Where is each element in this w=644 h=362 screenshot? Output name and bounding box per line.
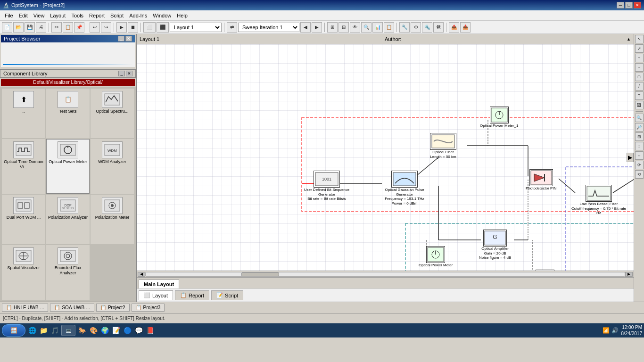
project-tab-hnlf[interactable]: 📋 HNLF-UWB-... [2, 304, 48, 312]
taskbar-ie[interactable]: 🌐 [27, 326, 37, 335]
comp-optical-gaussian[interactable]: Optical Gaussian Pulse GeneratorFrequenc… [376, 171, 433, 206]
zoom-select[interactable]: ⊟ [339, 22, 349, 33]
layout-icon2[interactable]: ⬛ [157, 22, 169, 33]
pb-minimize[interactable]: _ [118, 36, 124, 41]
layout-icon1[interactable]: ⬜ [143, 22, 156, 33]
menu-report[interactable]: Report [86, 12, 107, 19]
tool-1[interactable]: 🔧 [399, 22, 410, 33]
new-button[interactable]: 📄 [2, 22, 12, 33]
scroll-right-btn[interactable]: ▶ [625, 272, 633, 277]
comp-test-sets[interactable]: 📋 Test Sets [46, 89, 90, 138]
rt-btn-zoom-fit[interactable]: ⤢ [635, 44, 644, 53]
next-sweep[interactable]: ▶ [312, 22, 322, 33]
canvas-main[interactable]: 1001 User Defined Bit Sequence Generator… [137, 44, 634, 271]
cut-button[interactable]: ✂ [51, 22, 62, 33]
tab-main-layout[interactable]: Main Layout [139, 280, 179, 288]
rt-btn-v2[interactable]: ↔ [635, 151, 644, 160]
copy-button[interactable]: 📋 [63, 22, 73, 33]
comp-pol-analyzer[interactable]: DOPS1 S2 S3 Polarization Analyzer [46, 195, 90, 244]
comp-photodetector[interactable]: Photodetector PIN [526, 169, 556, 191]
taskbar-explorer[interactable]: 📁 [39, 326, 48, 335]
zoom-fit[interactable]: ⊞ [327, 22, 338, 33]
rt-btn-v3[interactable]: ⟳ [635, 161, 644, 169]
rt-btn-image[interactable]: 🖼 [635, 101, 644, 109]
comp-opm1[interactable]: Optical Power Meter_1 [480, 107, 518, 128]
open-button[interactable]: 📂 [13, 22, 24, 33]
menu-tools[interactable]: Tools [68, 12, 86, 19]
taskbar-media[interactable]: 🎵 [50, 326, 59, 335]
rt-btn-line[interactable]: / [635, 82, 644, 90]
comp-optical-spectrum[interactable]: Optical Spectru... [91, 89, 134, 138]
comp-pol-meter[interactable]: Polarization Meter [91, 195, 134, 244]
export-1[interactable]: 📤 [449, 22, 459, 33]
cl-minimize[interactable]: _ [118, 71, 125, 76]
comp-parent[interactable]: ⬆ .. [2, 89, 45, 138]
maximize-button[interactable]: □ [625, 2, 633, 8]
rt-btn-zoom-m[interactable]: 🔎 [635, 123, 644, 132]
rt-btn-v1[interactable]: ↕ [635, 142, 644, 150]
canvas-scroll-up[interactable]: ▲ [627, 37, 631, 41]
view-1[interactable]: 👁 [350, 22, 360, 33]
close-button[interactable]: ✕ [634, 2, 641, 8]
view-4[interactable]: 📋 [384, 22, 394, 33]
prev-sweep[interactable]: ◀ [300, 22, 311, 33]
tool-4[interactable]: 🛠 [433, 22, 444, 33]
taskbar-matlab[interactable]: 🐎 [77, 326, 87, 335]
comp-optical-fiber[interactable]: Optical FiberLength = 50 km [430, 133, 456, 159]
taskbar-chrome[interactable]: 🌍 [100, 326, 109, 335]
rt-btn-v4[interactable]: ⟲ [635, 170, 644, 179]
redo-button[interactable]: ↪ [101, 22, 111, 33]
comp-optical-power[interactable]: Optical Power Meter [46, 139, 90, 194]
comp-optical-time[interactable]: Optical Time Domain Vi... [2, 139, 45, 194]
menu-help[interactable]: Help [174, 12, 190, 19]
canvas-scroll-right[interactable]: ▶ [627, 153, 634, 162]
rt-btn-fit[interactable]: ⊞ [635, 132, 644, 141]
scroll-track[interactable] [145, 272, 625, 277]
comp-opm2[interactable]: Optical Power Meter_2 [526, 270, 564, 271]
rt-btn-zoom-p[interactable]: 🔍 [635, 114, 644, 122]
undo-button[interactable]: ↩ [90, 22, 100, 33]
rt-btn-zoom-out[interactable]: - [635, 63, 644, 72]
start-button[interactable]: 🪟 [2, 324, 25, 337]
menu-file[interactable]: File [2, 12, 16, 19]
menu-addins[interactable]: Add-Ins [126, 12, 150, 19]
view-3[interactable]: 📊 [372, 22, 383, 33]
rt-btn-text[interactable]: T [635, 91, 644, 100]
comp-bit-seq[interactable]: 1001 User Defined Bit Sequence Generator… [301, 171, 353, 201]
tool-3[interactable]: 🔩 [422, 22, 432, 33]
view-2[interactable]: 🔍 [361, 22, 372, 33]
taskbar-adobe[interactable]: 📕 [145, 326, 155, 335]
layout-select[interactable]: Layout 1 [170, 23, 222, 32]
save-button[interactable]: 💾 [25, 22, 35, 33]
menu-edit[interactable]: Edit [16, 12, 31, 19]
comp-encircled[interactable]: Encircled Flux Analyzer [46, 245, 90, 300]
comp-dual-port[interactable]: Dual Port WDM ... [2, 195, 45, 244]
paste-button[interactable]: 📌 [74, 22, 84, 33]
scroll-thumb[interactable] [241, 272, 279, 276]
action-tab-report[interactable]: 📋 Report [175, 290, 209, 300]
taskbar-skype[interactable]: 💬 [134, 326, 143, 335]
taskbar-word[interactable]: 📝 [111, 326, 121, 335]
project-tab-p3[interactable]: 📋 Project3 [132, 304, 165, 312]
comp-spatial[interactable]: Spatial Visualizer [2, 245, 45, 300]
run-button[interactable]: ▶ [116, 22, 127, 33]
window-controls[interactable]: ─ □ ✕ [617, 2, 641, 8]
rt-btn-zoom-in[interactable]: + [635, 54, 644, 62]
menu-view[interactable]: View [31, 12, 48, 19]
taskbar-tray1[interactable]: 🔵 [123, 326, 132, 335]
action-tab-script[interactable]: 📝 Script [211, 290, 243, 300]
pb-close[interactable]: ✕ [125, 36, 132, 41]
scroll-left-btn[interactable]: ◀ [138, 272, 145, 277]
taskbar-paint[interactable]: 🎨 [89, 326, 98, 335]
sweep-select[interactable]: Sweep Iteration 1 [238, 23, 299, 32]
menu-layout[interactable]: Layout [47, 12, 68, 19]
project-tab-soa[interactable]: 📋 SOA-UWB-... [50, 304, 94, 312]
menu-script[interactable]: Script [107, 12, 126, 19]
cl-close[interactable]: ✕ [126, 71, 132, 76]
comp-lp-filter[interactable]: Low Pass Bessel FilterCutoff frequency =… [570, 185, 627, 215]
action-tab-layout[interactable]: ⬜ Layout [139, 290, 173, 300]
horizontal-scrollbar[interactable]: ◀ ▶ [137, 271, 634, 277]
menu-window[interactable]: Window [150, 12, 174, 19]
sweep-icon[interactable]: ⇄ [227, 22, 237, 33]
stop-button[interactable]: ⏹ [128, 22, 138, 33]
